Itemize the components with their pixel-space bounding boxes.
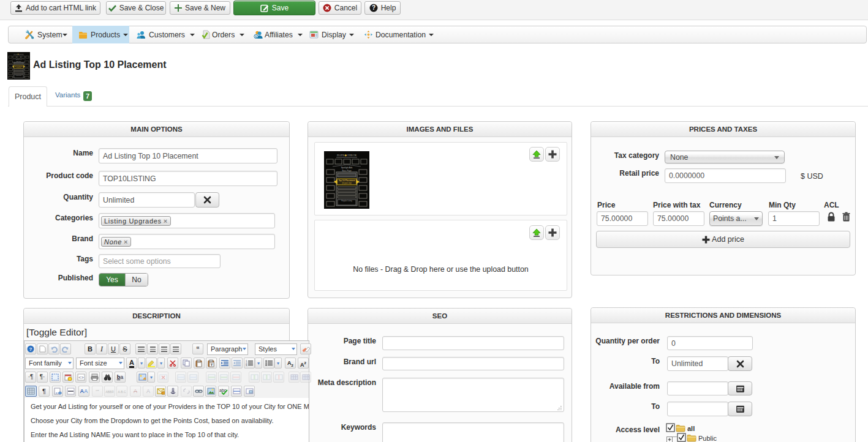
svg-text:Basic Page: Basic Page xyxy=(342,170,352,172)
svg-text:?: ? xyxy=(29,346,32,352)
svg-text:?: ? xyxy=(372,4,376,11)
svg-text:DATE◆CHECK: DATE◆CHECK xyxy=(337,154,357,157)
svg-text:<>: <> xyxy=(78,375,83,380)
svg-text:Spotlight Ads: Spotlight Ads xyxy=(341,167,353,169)
svg-text:T: T xyxy=(211,363,213,367)
svg-text:DATE◆CHECK: DATE◆CHECK xyxy=(14,53,24,55)
svg-text:(in your city): (in your city) xyxy=(342,182,351,184)
svg-text:3: 3 xyxy=(246,364,247,366)
svg-text:Basic Page: Basic Page xyxy=(17,61,21,62)
svg-text:Regular Listing: Regular Listing xyxy=(341,200,352,202)
svg-text:Top 10 Placement: Top 10 Placement xyxy=(15,66,23,67)
